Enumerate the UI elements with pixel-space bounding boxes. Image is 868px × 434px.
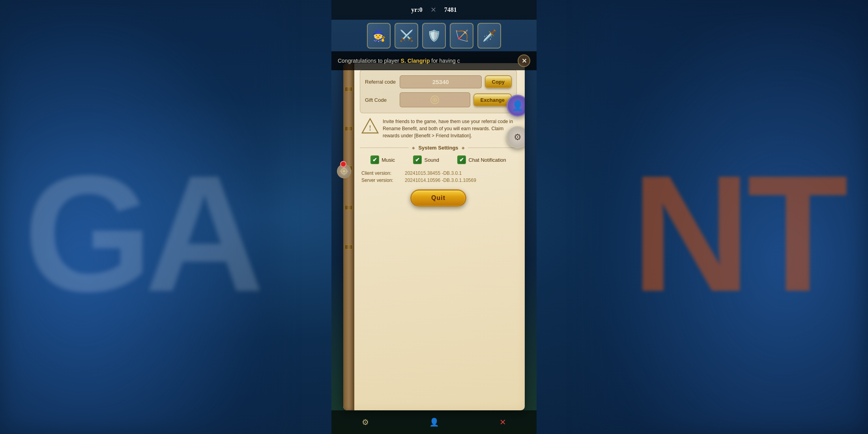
exchange-button[interactable]: Exchange	[473, 94, 512, 107]
server-version-row: Server version: 20241014.10596 -DB.3.0.1…	[361, 178, 515, 183]
music-label: Music	[382, 157, 395, 163]
settings-icon: ⚙	[514, 132, 522, 142]
client-version-value: 20241015.38455 -DB.3.0.1	[405, 170, 462, 176]
bottom-profile-button[interactable]: 👤	[429, 417, 439, 427]
game-window: yr:0 ✕ 7481 🧙 ⚔️ 🛡️ 🏹 🗡️ Congratulations…	[331, 0, 537, 434]
divider-right-line	[468, 148, 517, 148]
notif-prefix: Congratulations to player	[338, 58, 401, 64]
bottom-close-button[interactable]: ✕	[499, 417, 506, 427]
bottom-settings-button[interactable]: ⚙	[362, 417, 369, 427]
svg-point-7	[343, 170, 345, 172]
system-settings-label: System Settings	[418, 145, 458, 151]
server-version-label: Server version:	[361, 178, 401, 183]
referral-input: 25340	[400, 75, 482, 88]
char-icon-4[interactable]: 🏹	[450, 23, 473, 49]
chat-notif-label: Chat Notification	[468, 157, 506, 163]
checkboxes-row: ✔ Music ✔ Sound ✔ Chat Notification	[360, 155, 517, 164]
spine-ring-2	[345, 126, 353, 131]
system-settings-divider: ◆ System Settings ◆	[360, 145, 517, 151]
main-panel: Referral code 25340 Copy Gift Code	[343, 63, 525, 410]
info-text: Invite friends to the game, have them us…	[383, 118, 515, 139]
chat-notif-checkbox-icon[interactable]: ✔	[457, 155, 466, 164]
char-icon-1[interactable]: 🧙	[367, 23, 391, 49]
sound-checkbox-item[interactable]: ✔ Sound	[413, 155, 439, 164]
server-version-value: 20241014.10596 -DB.3.0.1.10569	[405, 178, 476, 183]
music-checkbox-icon[interactable]: ✔	[370, 155, 379, 164]
char-icon-2[interactable]: ⚔️	[395, 23, 418, 49]
gift-icon	[430, 95, 439, 104]
copy-button[interactable]: Copy	[485, 75, 512, 88]
client-version-row: Client version: 20241015.38455 -DB.3.0.1	[361, 170, 515, 176]
game-top-bar: yr:0 ✕ 7481	[331, 0, 537, 20]
notification-red-dot	[340, 161, 346, 167]
warning-icon: !	[361, 118, 379, 134]
gift-code-row: Gift Code Exchange	[365, 92, 512, 107]
spine-ring-5	[345, 245, 353, 249]
referral-section: Referral code 25340 Copy Gift Code	[360, 69, 517, 113]
notification-close-button[interactable]: ✕	[518, 54, 530, 67]
divider-left-line	[360, 148, 409, 148]
quit-button-wrapper: Quit	[360, 189, 517, 207]
bottom-profile-icon: 👤	[429, 417, 439, 427]
panel-content: Referral code 25340 Copy Gift Code	[355, 63, 522, 410]
gift-code-input[interactable]	[400, 92, 470, 107]
music-checkbox-item[interactable]: ✔ Music	[370, 155, 395, 164]
game-bottom-bar: ⚙ 👤 ✕	[331, 410, 537, 434]
stat-gold: 7481	[444, 6, 457, 13]
svg-text:!: !	[369, 124, 371, 132]
stat-yr: yr:0	[411, 6, 422, 13]
stat-divider: ✕	[430, 6, 436, 14]
version-info: Client version: 20241015.38455 -DB.3.0.1…	[360, 170, 517, 183]
gift-code-label: Gift Code	[365, 97, 397, 103]
bg-text-nt: NT	[631, 138, 844, 329]
chat-notif-checkbox-item[interactable]: ✔ Chat Notification	[457, 155, 506, 164]
quit-button[interactable]: Quit	[410, 189, 466, 207]
referral-row: Referral code 25340 Copy	[365, 75, 512, 88]
notification-banner: Congratulations to player S. Clangrip fo…	[331, 51, 537, 70]
info-section: ! Invite friends to the game, have them …	[360, 118, 517, 139]
character-row: 🧙 ⚔️ 🛡️ 🏹 🗡️	[331, 20, 537, 51]
notification-text: Congratulations to player S. Clangrip fo…	[338, 58, 460, 64]
bottom-close-icon: ✕	[499, 417, 506, 427]
divider-diamond-left: ◆	[412, 146, 415, 150]
notif-suffix: for having c	[430, 58, 460, 64]
stat-yr-label: yr:0	[411, 6, 422, 13]
char-icon-3[interactable]: 🛡️	[422, 23, 446, 49]
profile-icon: 👤	[512, 100, 524, 111]
spine-ring-4	[345, 205, 353, 210]
sound-checkbox-icon[interactable]: ✔	[413, 155, 422, 164]
sound-label: Sound	[424, 157, 439, 163]
book-spine	[343, 63, 354, 410]
notif-player: S. Clangrip	[401, 58, 430, 64]
divider-diamond-right: ◆	[462, 146, 465, 150]
bottom-settings-icon: ⚙	[362, 417, 369, 427]
client-version-label: Client version:	[361, 170, 401, 176]
referral-label: Referral code	[365, 79, 397, 85]
spine-ring-1	[345, 87, 353, 92]
bg-text-ga: GA	[24, 138, 256, 329]
char-icon-5[interactable]: 🗡️	[477, 23, 501, 49]
